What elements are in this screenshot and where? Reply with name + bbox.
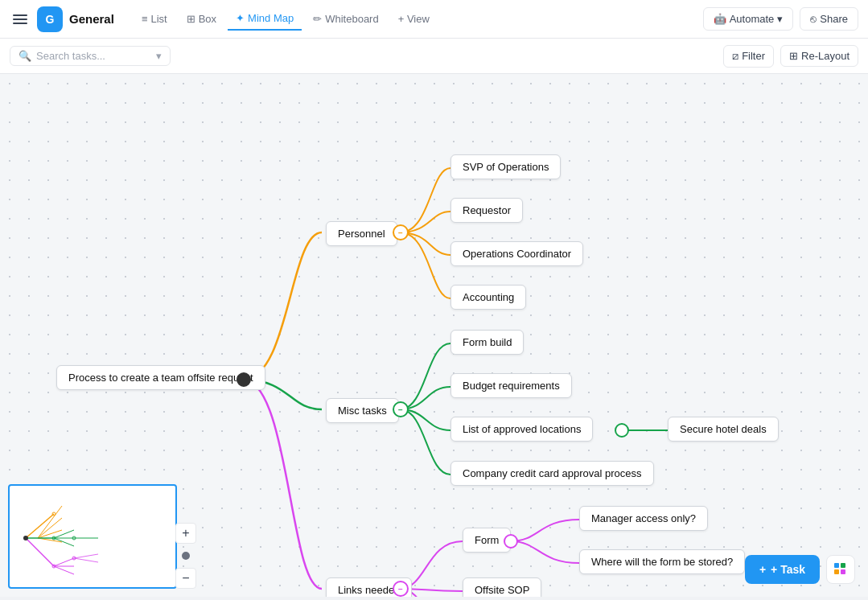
share-button[interactable]: ⎋ Share (800, 7, 858, 31)
app-logo: G (37, 6, 63, 32)
tab-whiteboard[interactable]: ✏ Whiteboard (305, 8, 386, 30)
chevron-down-icon: ▾ (777, 13, 783, 25)
svg-rect-22 (834, 563, 839, 568)
zoom-dot (175, 545, 196, 566)
tab-list[interactable]: ≡ List (134, 8, 175, 30)
accounting-node[interactable]: Accounting (450, 285, 526, 310)
relayout-icon: ⊞ (789, 50, 798, 62)
svg-line-2 (38, 530, 62, 538)
locations-circle[interactable] (615, 423, 629, 438)
svg-line-11 (54, 558, 74, 566)
hamburger-menu[interactable] (10, 11, 31, 27)
toolbar: 🔍 Search tasks... ▾ ⧄ Filter ⊞ Re-Layout (0, 39, 868, 74)
personnel-node[interactable]: Personnel (326, 221, 397, 246)
svg-rect-25 (841, 569, 845, 574)
svg-line-15 (74, 558, 98, 562)
root-node[interactable]: Process to create a team offsite request (56, 365, 265, 390)
minimap (8, 484, 177, 589)
plus-icon: + (759, 563, 766, 576)
svg-line-6 (54, 530, 74, 538)
svg-line-8 (54, 538, 74, 546)
manager-access-node[interactable]: Manager access only? (579, 506, 708, 531)
add-task-button[interactable]: + + Task (745, 555, 820, 584)
tab-view[interactable]: + View (390, 8, 438, 30)
root-circle (237, 372, 251, 387)
automate-button[interactable]: 🤖 Automate ▾ (703, 7, 794, 31)
grid-view-button[interactable] (826, 555, 855, 584)
zoom-controls: + − (175, 523, 196, 589)
filter-button[interactable]: ⧄ Filter (723, 45, 774, 68)
budget-node[interactable]: Budget requirements (450, 373, 572, 398)
search-box[interactable]: 🔍 Search tasks... ▾ (10, 46, 171, 66)
automate-icon: 🤖 (714, 13, 726, 25)
search-icon: 🔍 (19, 50, 31, 62)
svg-line-14 (74, 554, 98, 558)
mindmap-canvas: Process to create a team offsite request… (0, 74, 868, 597)
zoom-in-button[interactable]: + (175, 523, 196, 544)
header: G General ≡ List ⊞ Box ✦ Mind Map ✏ Whit… (0, 0, 868, 39)
hotel-deals-node[interactable]: Secure hotel deals (668, 417, 779, 442)
svg-line-10 (26, 538, 54, 566)
grid-icon (833, 562, 848, 577)
app-title: General (69, 12, 114, 26)
relayout-button[interactable]: ⊞ Re-Layout (780, 45, 858, 67)
whiteboard-icon: ✏ (313, 13, 322, 25)
requestor-node[interactable]: Requestor (450, 198, 523, 223)
svg-line-1 (38, 518, 62, 538)
toolbar-right: ⧄ Filter ⊞ Re-Layout (723, 45, 858, 68)
misc-tasks-node[interactable]: Misc tasks (326, 398, 399, 423)
form-circle[interactable] (504, 534, 518, 549)
svg-rect-24 (834, 569, 839, 574)
minimap-inner (10, 486, 175, 587)
form-build-node[interactable]: Form build (450, 330, 524, 355)
box-icon: ⊞ (187, 13, 195, 25)
svg-line-13 (54, 566, 74, 574)
tab-box[interactable]: ⊞ Box (179, 8, 224, 30)
personnel-circle[interactable]: − (393, 224, 409, 240)
ops-coordinator-node[interactable]: Operations Coordinator (450, 241, 583, 266)
svg-point-16 (23, 536, 28, 540)
tab-mindmap[interactable]: ✦ Mind Map (228, 7, 302, 31)
offsite-sop-node[interactable]: Offsite SOP (463, 577, 541, 597)
share-icon: ⎋ (810, 13, 817, 25)
nav-tabs: ≡ List ⊞ Box ✦ Mind Map ✏ Whiteboard + V… (134, 7, 438, 31)
svg-rect-23 (841, 563, 845, 568)
svg-line-0 (38, 506, 62, 538)
minimap-svg (10, 486, 175, 587)
zoom-out-button[interactable]: − (175, 568, 196, 589)
header-right: 🤖 Automate ▾ ⎋ Share (703, 7, 858, 31)
list-icon: ≡ (142, 13, 148, 25)
misc-circle[interactable]: − (393, 401, 409, 417)
locations-node[interactable]: List of approved locations (450, 417, 593, 442)
form-stored-node[interactable]: Where will the form be stored? (579, 549, 745, 574)
filter-icon: ⧄ (732, 50, 738, 63)
mindmap-icon: ✦ (236, 12, 245, 24)
chevron-down-icon: ▾ (156, 50, 162, 62)
creditcard-node[interactable]: Company credit card approval process (450, 461, 654, 486)
svp-node[interactable]: SVP of Operations (450, 154, 561, 179)
links-circle[interactable]: − (393, 581, 409, 597)
